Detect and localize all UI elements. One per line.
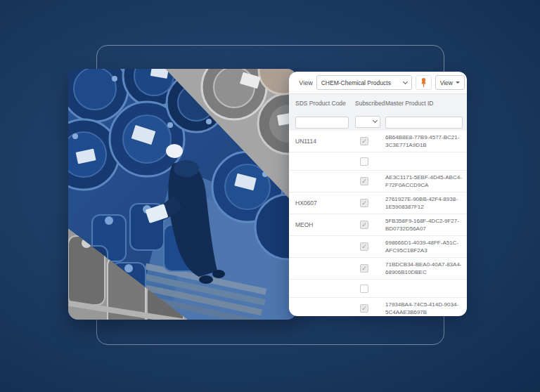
cell-master-id: 17934BA4-74C5-414D-9034-5C4AAE3B697B <box>385 301 466 316</box>
table-header: SDS Product Code Subscribed Master Produ… <box>289 93 467 131</box>
view-menu-button[interactable]: View <box>435 75 465 90</box>
warehouse-photo <box>68 69 297 320</box>
subscribed-checkbox[interactable] <box>360 157 368 166</box>
filter-master-product-id-input[interactable] <box>385 117 463 129</box>
cell-master-id: 698666D1-4039-48FF-A51C-AFC95C1BF2A3 <box>385 239 466 254</box>
view-select-value: CHEM-Chemical Products <box>321 79 391 86</box>
table-row[interactable]: ✓ AE3C1171-5EBF-4D45-ABC4-F72F0ACCD9CA <box>289 171 467 192</box>
table-body: UN1114 ✓ 6B64B8E8-77B9-4577-BC21-3C3E771… <box>289 131 467 316</box>
table-row[interactable]: UN1114 ✓ 6B64B8E8-77B9-4577-BC21-3C3E771… <box>289 131 467 152</box>
table-row[interactable] <box>289 280 467 298</box>
col-header-subscribed: Subscribed <box>355 100 385 107</box>
table-row[interactable]: HX0607 ✓ 2761927E-90BB-42F4-8938-1E59083… <box>289 192 467 214</box>
subscribed-checkbox[interactable]: ✓ <box>360 221 368 229</box>
subscribed-checkbox[interactable] <box>360 285 368 293</box>
cell-master-id: 6B64B8E8-77B9-4577-BC21-3C3E771A9D1B <box>385 133 466 149</box>
cell-master-id: AE3C1171-5EBF-4D45-ABC4-F72F0ACCD9CA <box>385 174 466 189</box>
col-header-sds-product-code: SDS Product Code <box>295 100 355 107</box>
cell-master-id: 2761927E-90BB-42F4-8938-1E5908387F12 <box>385 195 466 211</box>
filter-subscribed-select[interactable] <box>355 116 380 128</box>
view-label: View <box>299 79 312 86</box>
table-row[interactable] <box>289 152 467 171</box>
table-row[interactable]: ✓ 71BDCB34-BEA0-40A7-83A4-68906B10DBEC <box>289 258 467 280</box>
table-row[interactable]: ✓ 698666D1-4039-48FF-A51C-AFC95C1BF2A3 <box>289 236 467 258</box>
view-menu-label: View <box>440 79 453 86</box>
pin-button[interactable] <box>416 75 432 90</box>
chevron-down-icon <box>403 79 408 84</box>
chevron-down-icon <box>373 118 378 123</box>
filter-row <box>289 112 467 131</box>
subscribed-checkbox[interactable]: ✓ <box>360 137 368 145</box>
subscribed-checkbox[interactable]: ✓ <box>360 177 368 185</box>
cell-product-code: HX0607 <box>295 200 355 207</box>
subscribed-checkbox[interactable]: ✓ <box>360 199 368 207</box>
products-panel: View CHEM-Chemical Products View SDS Pro… <box>289 72 467 316</box>
cell-master-id: 71BDCB34-BEA0-40A7-83A4-68906B10DBEC <box>385 261 466 276</box>
caret-down-icon <box>456 81 460 84</box>
filter-sds-product-code-input[interactable] <box>295 117 349 129</box>
pushpin-icon <box>420 77 428 88</box>
subscribed-checkbox[interactable]: ✓ <box>360 242 368 251</box>
col-header-master-product-id: Master Product ID <box>385 100 467 107</box>
view-select[interactable]: CHEM-Chemical Products <box>316 75 412 90</box>
subscribed-checkbox[interactable]: ✓ <box>360 264 368 273</box>
subscribed-checkbox[interactable]: ✓ <box>360 304 368 313</box>
warehouse-photo-card <box>68 69 297 320</box>
page-background: View CHEM-Chemical Products View SDS Pro… <box>0 0 540 392</box>
cell-product-code: UN1114 <box>295 138 355 145</box>
table-row[interactable]: MEOH ✓ 5FB358F9-168F-4DC2-9F27-BD0732D56… <box>289 214 467 236</box>
header-row: SDS Product Code Subscribed Master Produ… <box>289 94 467 112</box>
table-row[interactable]: ✓ 17934BA4-74C5-414D-9034-5C4AAE3B697B <box>289 298 467 316</box>
cell-master-id: 5FB358F9-168F-4DC2-9F27-BD0732D56A07 <box>385 217 466 233</box>
toolbar: View CHEM-Chemical Products View <box>289 72 467 93</box>
cell-product-code: MEOH <box>295 221 355 228</box>
